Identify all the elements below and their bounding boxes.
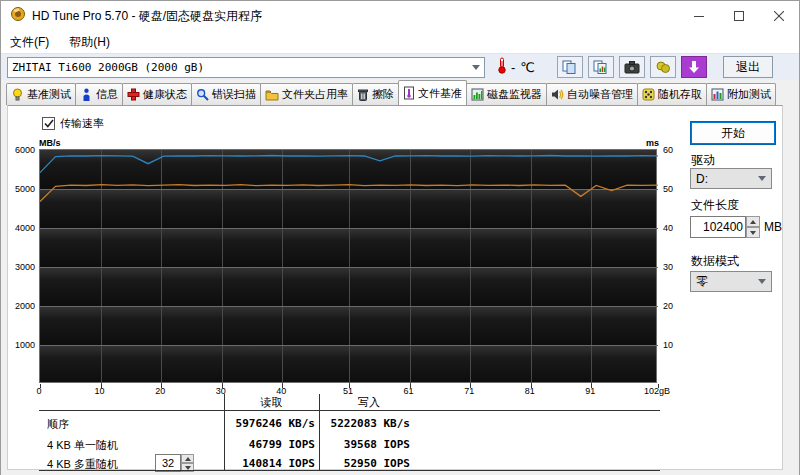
tab-error-scan[interactable]: 错误扫描 bbox=[191, 83, 261, 105]
copy-icon bbox=[562, 60, 577, 75]
health-cross-icon bbox=[127, 88, 140, 101]
export-button[interactable] bbox=[681, 56, 707, 78]
menu-bar: 文件(F) 帮助(H) bbox=[1, 31, 799, 53]
read-column-header: 读取 bbox=[224, 395, 319, 410]
content-area: 传输速率 MB/s ms 600050004000300020001000 60… bbox=[1, 105, 799, 475]
maximize-button[interactable] bbox=[719, 1, 759, 31]
transfer-rate-chart bbox=[39, 149, 657, 383]
close-button[interactable] bbox=[759, 1, 799, 31]
tab-extra-tests[interactable]: 附加测试 bbox=[706, 83, 776, 105]
spinner-down-icon[interactable] bbox=[746, 227, 760, 238]
tab-file-benchmark[interactable]: 文件基准 bbox=[398, 80, 467, 105]
tab-aam[interactable]: 自动噪音管理 bbox=[546, 83, 638, 105]
file-length-label: 文件长度 bbox=[691, 197, 739, 214]
sequential-read-value: 5976246 KB/s bbox=[224, 417, 315, 430]
copy-image-button[interactable] bbox=[588, 56, 614, 78]
window-title: HD Tune Pro 5.70 - 硬盘/固态硬盘实用程序 bbox=[32, 8, 679, 25]
tab-disk-monitor[interactable]: 磁盘监视器 bbox=[466, 83, 547, 105]
menu-file[interactable]: 文件(F) bbox=[10, 34, 49, 51]
tab-benchmark[interactable]: 基准测试 bbox=[6, 83, 76, 105]
sequential-write-value: 5222083 KB/s bbox=[319, 417, 410, 430]
data-mode-select[interactable]: 零 bbox=[690, 271, 772, 292]
spinner-up-icon[interactable] bbox=[181, 454, 194, 463]
exit-button[interactable]: 退出 bbox=[723, 56, 773, 78]
tab-health[interactable]: 健康状态 bbox=[122, 83, 192, 105]
transfer-rate-label: 传输速率 bbox=[60, 116, 104, 131]
menu-help[interactable]: 帮助(H) bbox=[69, 34, 110, 51]
drive-label: 驱动 bbox=[691, 152, 715, 169]
speaker-icon bbox=[551, 88, 564, 101]
screenshot-button[interactable] bbox=[619, 56, 645, 78]
info-icon bbox=[80, 88, 93, 101]
left-axis-unit: MB/s bbox=[39, 138, 61, 148]
tab-info[interactable]: 信息 bbox=[75, 83, 123, 105]
file-benchmark-page: 传输速率 MB/s ms 600050004000300020001000 60… bbox=[7, 105, 783, 470]
trash-icon bbox=[357, 88, 369, 101]
start-button[interactable]: 开始 bbox=[690, 121, 776, 145]
title-bar: HD Tune Pro 5.70 - 硬盘/固态硬盘实用程序 bbox=[1, 1, 799, 31]
file-length-unit: MB bbox=[764, 220, 782, 234]
multi-random-read-value: 140814 IOPS bbox=[224, 457, 315, 470]
drive-select[interactable]: D: bbox=[690, 168, 772, 189]
table-header-rule bbox=[39, 410, 660, 411]
temperature-unit: ℃ bbox=[520, 60, 535, 75]
drive-selector-combobox[interactable]: ZHITAI Ti600 2000GB (2000 gB) bbox=[7, 57, 485, 78]
minimize-button[interactable] bbox=[679, 1, 719, 31]
transfer-rate-option[interactable]: 传输速率 bbox=[42, 116, 104, 131]
multi-random-write-value: 52950 IOPS bbox=[319, 457, 410, 470]
spinner-up-icon[interactable] bbox=[746, 216, 760, 227]
extra-tests-icon bbox=[711, 88, 724, 101]
chevron-down-icon bbox=[758, 176, 766, 181]
left-axis-labels: 600050004000300020001000 bbox=[8, 149, 37, 383]
coins-icon bbox=[655, 60, 671, 74]
copy-text-button[interactable] bbox=[557, 56, 583, 78]
camera-icon bbox=[624, 60, 640, 74]
magnifier-icon bbox=[196, 88, 209, 101]
data-mode-label: 数据模式 bbox=[691, 253, 739, 270]
right-axis-labels: 605040302010 bbox=[661, 149, 683, 383]
tab-folder-usage[interactable]: 文件夹占用率 bbox=[260, 83, 353, 105]
disk-monitor-icon bbox=[471, 88, 484, 101]
write-column-header: 写入 bbox=[319, 395, 419, 410]
tab-strip: 基准测试 信息 健康状态 错误扫描 文件夹占用率 擦除 文件基准 磁盘监视器 bbox=[1, 80, 799, 105]
tab-random-access[interactable]: 随机存取 bbox=[637, 83, 707, 105]
file-length-input[interactable]: 102400 bbox=[690, 216, 746, 238]
checkmark-icon bbox=[44, 119, 54, 128]
toolbar: ZHITAI Ti600 2000GB (2000 gB) - ℃ bbox=[1, 53, 799, 80]
temperature-indicator: - ℃ bbox=[497, 57, 535, 77]
file-benchmark-icon bbox=[403, 86, 415, 100]
drive-select-value: D: bbox=[696, 172, 758, 186]
download-arrow-icon bbox=[688, 61, 700, 74]
chevron-down-icon bbox=[472, 65, 480, 70]
folder-icon bbox=[265, 89, 279, 101]
tab-erase[interactable]: 擦除 bbox=[352, 83, 399, 105]
lightbulb-icon bbox=[11, 88, 24, 101]
single-random-write-value: 39568 IOPS bbox=[319, 438, 410, 451]
temperature-value: - bbox=[511, 60, 515, 75]
app-icon bbox=[10, 6, 26, 26]
table-bottom-rule bbox=[39, 470, 660, 471]
drive-selector-value: ZHITAI Ti600 2000GB (2000 gB) bbox=[12, 61, 472, 74]
chevron-down-icon bbox=[758, 279, 766, 284]
file-length-spinner[interactable] bbox=[746, 216, 760, 238]
thermometer-icon bbox=[497, 57, 507, 77]
app-window: HD Tune Pro 5.70 - 硬盘/固态硬盘实用程序 文件(F) 帮助(… bbox=[0, 0, 800, 475]
save-results-button[interactable] bbox=[650, 56, 676, 78]
dice-icon bbox=[642, 88, 655, 101]
transfer-rate-checkbox[interactable] bbox=[42, 117, 55, 130]
results-table: 读取 写入 顺序 5976246 KB/s 5222083 KB/s 4 KB … bbox=[39, 394, 660, 472]
data-mode-select-value: 零 bbox=[696, 273, 758, 290]
single-random-read-value: 46799 IOPS bbox=[224, 438, 315, 451]
right-axis-unit: ms bbox=[646, 138, 659, 148]
copy-image-icon bbox=[593, 60, 608, 75]
